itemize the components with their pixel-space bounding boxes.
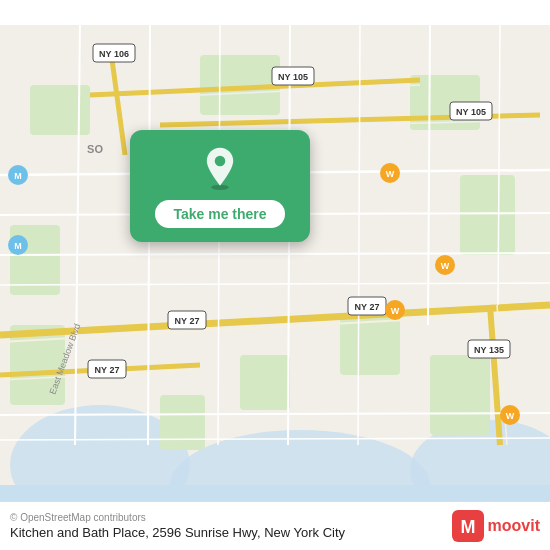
svg-point-68: [215, 156, 226, 167]
svg-text:W: W: [441, 261, 450, 271]
svg-text:W: W: [391, 306, 400, 316]
location-name: Kitchen and Bath Place, 2596 Sunrise Hwy…: [10, 525, 345, 540]
svg-text:W: W: [386, 169, 395, 179]
svg-rect-5: [30, 85, 90, 135]
map-attribution: © OpenStreetMap contributors: [10, 512, 345, 523]
svg-rect-11: [340, 315, 400, 375]
svg-text:M: M: [14, 241, 22, 251]
take-me-there-button[interactable]: Take me there: [155, 200, 284, 228]
svg-text:NY 106: NY 106: [99, 49, 129, 59]
svg-text:NY 27: NY 27: [95, 365, 120, 375]
svg-text:NY 135: NY 135: [474, 345, 504, 355]
svg-rect-8: [460, 175, 515, 255]
bottom-bar: © OpenStreetMap contributors Kitchen and…: [0, 501, 550, 550]
moovit-logo: M moovit: [452, 510, 540, 542]
svg-text:NY 27: NY 27: [175, 316, 200, 326]
map-container: NY 106 NY 105 NY 105 NY 27 NY 27 NY 27 N…: [0, 0, 550, 550]
map-background: NY 106 NY 105 NY 105 NY 27 NY 27 NY 27 N…: [0, 0, 550, 550]
svg-text:SO: SO: [87, 143, 103, 155]
location-pin-icon: [198, 146, 242, 190]
svg-rect-14: [430, 355, 490, 435]
svg-text:NY 105: NY 105: [278, 72, 308, 82]
svg-rect-13: [160, 395, 205, 450]
location-card: Take me there: [130, 130, 310, 242]
svg-text:W: W: [506, 411, 515, 421]
svg-text:NY 105: NY 105: [456, 107, 486, 117]
bottom-info: © OpenStreetMap contributors Kitchen and…: [10, 512, 345, 540]
svg-text:M: M: [14, 171, 22, 181]
moovit-brand-name: moovit: [488, 517, 540, 535]
moovit-brand-icon: M: [452, 510, 484, 542]
svg-text:M: M: [460, 517, 475, 537]
svg-rect-12: [240, 355, 290, 410]
svg-text:NY 27: NY 27: [355, 302, 380, 312]
